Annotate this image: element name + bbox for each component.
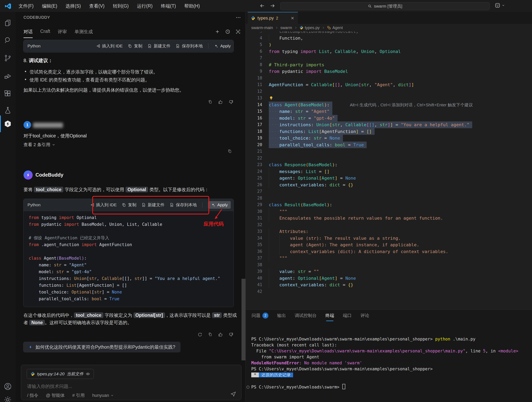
explorer-icon[interactable] [0, 16, 16, 30]
menu-文件(F)[interactable]: 文件(F) [14, 3, 38, 9]
history-icon[interactable] [225, 29, 230, 34]
menu-查看(V)[interactable]: 查看(V) [85, 3, 109, 9]
menu-帮助(H)[interactable]: 帮助(H) [180, 3, 204, 9]
apply-button[interactable]: Apply [214, 43, 231, 48]
toolbar-button[interactable]: 保存到本地 [170, 202, 197, 208]
chat-code-content: from typing import Optionalfrom pydantic… [24, 211, 234, 302]
ellipsis-icon[interactable] [235, 15, 241, 20]
input-command[interactable]: @ 智能体 [46, 392, 64, 398]
thumbs-up-icon[interactable] [218, 99, 223, 105]
terminal[interactable]: PS C:\Users\v_myye\Downloads\swarm\swarm… [251, 336, 518, 390]
message-actions [208, 99, 234, 105]
tab-types-py[interactable]: types.py 2 [248, 12, 298, 24]
panel-tab-调试控制台[interactable]: 调试控制台 [295, 313, 317, 321]
close-icon[interactable] [290, 16, 295, 20]
apply-button[interactable]: Apply [208, 201, 231, 209]
bullet-item: •尝试简化类定义，逐步添加字段，以确定哪个部分导致了错误。 [25, 69, 158, 75]
inline-code-chip: None [29, 320, 45, 325]
chat-code-line: from pydantic import BaseModel, Union, L… [29, 221, 234, 228]
python-file-icon [251, 16, 255, 20]
editor-code-line: 39 value: str = "" [246, 268, 532, 275]
model-selector[interactable]: hunyuan [92, 392, 114, 398]
breadcrumb: swarm-mainswarmtypes.pyAgent [246, 24, 532, 31]
extensions-icon[interactable] [0, 87, 16, 101]
toolbar-button[interactable]: 复制 [128, 43, 142, 49]
editor-code-line: 12 [246, 88, 532, 95]
suggested-question-chip[interactable]: 如何优化这段代码使其更符合Python类型提示和Pydantic的最佳实践? [23, 342, 181, 353]
editor-code-line: 18····functions: List[AgentFunction] = [… [246, 128, 532, 135]
code-toolbar: 插入到 IDE复制新建文件保存到本地Apply [90, 201, 231, 209]
editor-code-line: 35 agent (Agent): The agent instance, if… [246, 241, 532, 248]
chat-code-line: parallel_tool_calls: bool = True [29, 296, 234, 302]
codebuddy-sidebar-icon[interactable] [0, 117, 16, 131]
toolbar-button[interactable]: 新建文件 [141, 202, 164, 208]
codebuddy-tab-Craft[interactable]: Craft [40, 29, 50, 38]
refresh-icon[interactable] [197, 332, 203, 337]
account-icon[interactable] [0, 379, 16, 394]
menu-终端(T)[interactable]: 终端(T) [157, 3, 180, 9]
settings-gear-icon[interactable] [0, 393, 16, 402]
send-icon[interactable] [230, 391, 236, 397]
terminal-line: * 还原的历史记录 [251, 372, 518, 378]
forward-arrow-icon[interactable] [270, 3, 275, 9]
chat-input-placeholder[interactable]: 请输入你的技术问题... [27, 383, 72, 390]
terminal-line [251, 378, 518, 384]
eye-icon[interactable] [86, 372, 90, 376]
breadcrumb-item[interactable]: Agent [327, 25, 343, 30]
breadcrumb-item[interactable]: swarm-main [251, 25, 273, 30]
input-command[interactable]: / 指令 [27, 392, 38, 398]
breadcrumb-item[interactable]: types.py [299, 25, 320, 30]
sidebar-scrollbar[interactable] [241, 279, 246, 360]
menu-转到(G)[interactable]: 转到(G) [109, 3, 133, 9]
screenshot-icon[interactable] [235, 29, 241, 34]
code-editor[interactable]: 3 ChatCompletionMessageToolCall,4 Functi… [246, 31, 532, 310]
codebuddy-logo-icon [24, 170, 33, 179]
editor-code-line: 27 [246, 188, 532, 195]
codebuddy-tab-评审[interactable]: 评审 [58, 29, 67, 38]
search-text: swarm [管理员] [374, 3, 402, 9]
thumbs-down-icon[interactable] [228, 332, 234, 337]
search-sidebar-icon[interactable] [0, 33, 16, 47]
assistant-name: CodeBuddy [35, 172, 63, 178]
view-references-link[interactable]: 查看 2 条引用 [24, 142, 55, 148]
panel-tab-评论[interactable]: 评论 [361, 313, 369, 321]
copy-icon[interactable] [208, 332, 212, 337]
chat-code-line: model: str = "gpt-4o" [29, 268, 234, 275]
input-command[interactable]: # 引用 [72, 392, 85, 398]
menu-运行(R)[interactable]: 运行(R) [133, 3, 157, 9]
copy-icon[interactable] [228, 149, 232, 153]
plus-icon[interactable] [215, 29, 220, 34]
context-file-chip[interactable]: types.py:14-20 当前文件 [27, 369, 94, 379]
profile-menu[interactable] [494, 2, 505, 8]
panel-tab-终端[interactable]: 终端 [325, 313, 334, 321]
toolbar-button[interactable]: 插入到 IDE [96, 43, 123, 49]
thumbs-up-icon[interactable] [218, 332, 223, 337]
toolbar-button[interactable]: 保存到本地 [176, 43, 203, 49]
editor-code-line: 6from typing import List, Callable, Unio… [246, 48, 532, 55]
back-arrow-icon[interactable] [260, 3, 265, 9]
run-debug-icon[interactable] [0, 69, 16, 83]
toolbar-button[interactable]: 复制 [122, 202, 136, 208]
breadcrumb-separator [322, 26, 325, 30]
panel-tab-端口[interactable]: 端口 [343, 313, 352, 321]
panel-tab-输出[interactable]: 输出 [277, 313, 286, 321]
lightbulb-icon[interactable] [269, 96, 273, 100]
activity-bar [0, 12, 16, 402]
thumbs-down-icon[interactable] [228, 99, 234, 105]
menu-编辑(E)[interactable]: 编辑(E) [38, 3, 61, 9]
toolbar-button[interactable]: 新建文件 [147, 43, 170, 49]
toolbar-button[interactable]: 插入到 IDE [90, 202, 117, 208]
menu-选择(S)[interactable]: 选择(S) [61, 3, 85, 9]
title-bar: 文件(F)编辑(E)选择(S)查看(V)转到(G)运行(R)终端(T)帮助(H)… [0, 0, 532, 12]
source-control-icon[interactable] [0, 51, 16, 65]
command-center-search[interactable]: swarm [管理员] [280, 2, 490, 10]
save-icon [170, 203, 174, 207]
chat-input-area[interactable]: types.py:14-20 当前文件 请输入你的技术问题... / 指令@ 智… [21, 365, 241, 400]
panel-tab-问题[interactable]: 问题2 [252, 313, 268, 321]
codebuddy-tab-对话[interactable]: 对话 [24, 29, 33, 38]
breadcrumb-item[interactable]: swarm [280, 25, 292, 30]
copy-icon [128, 44, 132, 48]
codebuddy-tab-单测生成[interactable]: 单测生成 [75, 29, 93, 38]
copy-icon[interactable] [208, 99, 212, 105]
testing-icon[interactable] [0, 103, 16, 118]
